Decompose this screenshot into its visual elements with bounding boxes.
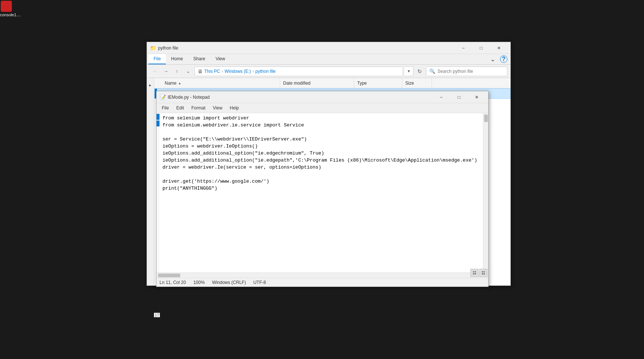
taskbar-label: console1.... xyxy=(0,13,21,17)
notepad-menu-view[interactable]: View xyxy=(209,104,226,112)
path-dropdown-button[interactable]: ▼ xyxy=(405,67,413,76)
explorer-title: python file xyxy=(158,45,455,51)
up-button[interactable]: ↑ xyxy=(172,67,182,76)
notepad-menu-edit[interactable]: Edit xyxy=(172,104,188,112)
ribbon-tab-file[interactable]: File xyxy=(148,54,166,64)
address-pc-icon: 🖥 xyxy=(198,68,203,74)
search-icon: 🔍 xyxy=(429,68,435,74)
back-button[interactable]: ← xyxy=(150,67,160,76)
path-windows-e[interactable]: Windows (E:) xyxy=(225,69,251,74)
col-header-date[interactable]: Date modified xyxy=(280,78,354,88)
refresh-button[interactable]: ↻ xyxy=(415,67,425,76)
ribbon-tab-share[interactable]: Share xyxy=(188,54,210,64)
explorer-titlebar: 📁 python file − □ ✕ xyxy=(147,42,510,54)
explorer-close-button[interactable]: ✕ xyxy=(490,42,507,54)
ribbon-tab-home[interactable]: Home xyxy=(166,54,188,64)
search-input[interactable] xyxy=(437,69,504,74)
notepad-titlebar-controls: − □ ✕ xyxy=(433,91,485,103)
file-list-header: Name ▲ Date modified Type Size xyxy=(154,78,510,88)
notepad-scrollbar-h[interactable]: ☷ ☷ xyxy=(157,272,488,278)
notepad-menu: File Edit Format View Help xyxy=(157,103,488,113)
status-encoding: UTF-8 xyxy=(253,280,266,285)
notepad-title: IEMode.py - Notepad xyxy=(168,95,433,100)
notepad-close-button[interactable]: ✕ xyxy=(468,91,485,103)
address-path: 🖥 This PC › Windows (E:) › python file xyxy=(194,67,403,76)
sidebar-expand-icon[interactable]: ► xyxy=(148,83,152,87)
notepad-menu-file[interactable]: File xyxy=(158,104,172,112)
path-thispc[interactable]: This PC xyxy=(204,69,220,74)
view-icon-1[interactable]: ☷ xyxy=(470,269,479,277)
notepad-icon: 📝 xyxy=(160,94,165,100)
notepad-statusbar: Ln 11, Col 20 100% Windows (CRLF) UTF-8 xyxy=(157,278,488,287)
notepad-titlebar: 📝 IEMode.py - Notepad − □ ✕ xyxy=(157,91,488,103)
notepad-menu-format[interactable]: Format xyxy=(188,104,209,112)
status-line-col: Ln 11, Col 20 xyxy=(160,280,186,285)
notepad-view-icons: ☷ ☷ xyxy=(470,269,487,277)
notepad-content-area: from selenium import webdriver from sele… xyxy=(157,113,488,272)
notepad-maximize-button[interactable]: □ xyxy=(450,91,467,103)
notepad-menu-help[interactable]: Help xyxy=(226,104,243,112)
help-button[interactable]: ? xyxy=(500,55,507,63)
notepad-editor[interactable]: from selenium import webdriver from sele… xyxy=(160,113,483,272)
recent-locations-button[interactable]: ⌄ xyxy=(183,67,193,76)
explorer-sidebar: ► xyxy=(147,78,154,285)
status-zoom: 100% xyxy=(193,280,205,285)
titlebar-controls: − □ ✕ xyxy=(455,42,507,54)
taskbar-icon: console1.... xyxy=(0,0,15,15)
ribbon-expand-button[interactable]: ⌄ xyxy=(487,54,499,64)
path-python-file[interactable]: python file xyxy=(255,69,276,74)
ribbon-tab-view[interactable]: View xyxy=(210,54,230,64)
scrollbar-thumb-h xyxy=(158,274,180,277)
explorer-maximize-button[interactable]: □ xyxy=(473,42,490,54)
ribbon-tabs: File Home Share View ⌄ ? xyxy=(147,54,510,65)
notepad-minimize-button[interactable]: − xyxy=(433,91,450,103)
col-header-name[interactable]: Name ▲ xyxy=(162,78,280,88)
explorer-folder-icon: 📁 xyxy=(150,45,156,51)
search-box: 🔍 xyxy=(426,67,507,76)
col-header-type[interactable]: Type xyxy=(354,78,402,88)
notepad-scrollbar-v[interactable] xyxy=(483,113,488,272)
status-line-ending: Windows (CRLF) xyxy=(212,280,246,285)
forward-button[interactable]: → xyxy=(161,67,171,76)
line-indicator-1 xyxy=(157,114,160,120)
sort-icon: ▲ xyxy=(178,81,181,85)
scrollbar-thumb-v xyxy=(484,115,488,122)
line-indicator-2 xyxy=(157,121,160,126)
notepad-window: 📝 IEMode.py - Notepad − □ ✕ File Edit Fo… xyxy=(156,91,489,287)
taskbar-icon-bg xyxy=(1,1,12,12)
notepad-left-gutter xyxy=(157,113,160,272)
address-bar: ← → ↑ ⌄ 🖥 This PC › Windows (E:) › pytho… xyxy=(147,65,510,78)
col-header-size[interactable]: Size xyxy=(402,78,432,88)
view-icon-2[interactable]: ☷ xyxy=(479,269,487,277)
line-number-17: 17 xyxy=(154,313,160,317)
explorer-minimize-button[interactable]: − xyxy=(455,42,472,54)
